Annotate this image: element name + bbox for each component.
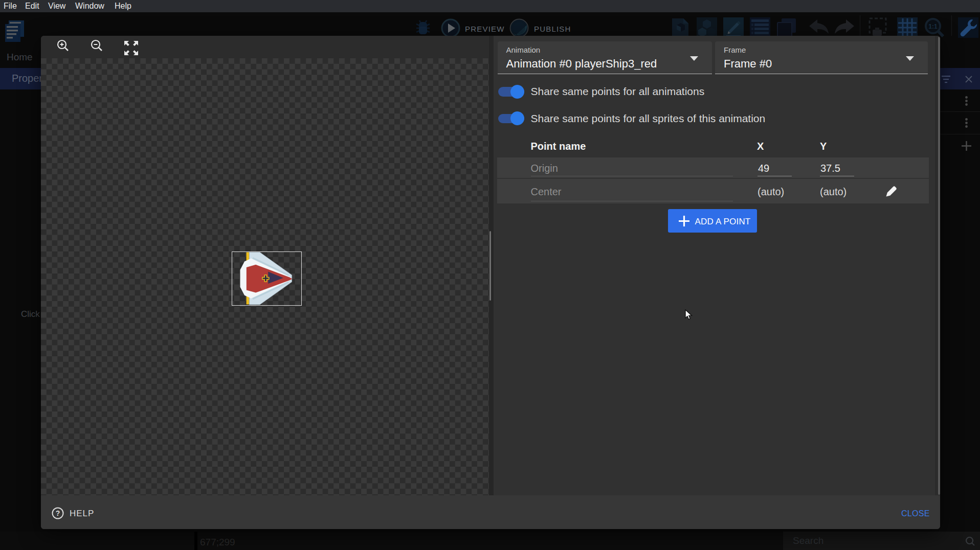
- svg-text:1:1: 1:1: [928, 23, 938, 30]
- svg-text:?: ?: [56, 509, 60, 517]
